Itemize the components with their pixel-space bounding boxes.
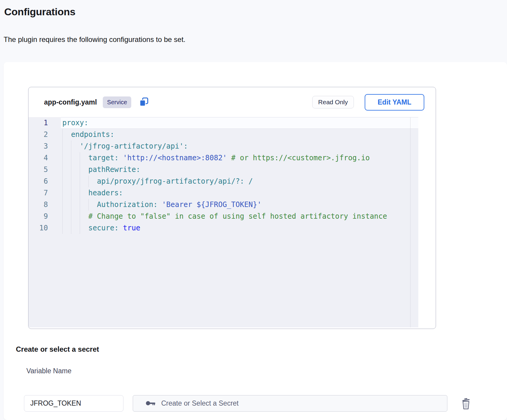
code-line: 6 api/proxy/jfrog-artifactory/api/?: / xyxy=(28,176,418,187)
secret-select[interactable]: Create or Select a Secret xyxy=(133,395,447,412)
scrollbar-ruler xyxy=(410,117,411,327)
edit-yaml-button[interactable]: Edit YAML xyxy=(365,94,424,111)
code-line-content: secure: true xyxy=(61,222,418,234)
code-line-content: '/jfrog-artifactory/api': xyxy=(61,140,418,152)
service-badge: Service xyxy=(103,96,131,108)
code-line: 5 pathRewrite: xyxy=(28,164,418,176)
code-line: 7 headers: xyxy=(28,187,418,199)
line-number: 8 xyxy=(28,199,61,211)
delete-secret-button[interactable] xyxy=(459,397,473,410)
copy-icon xyxy=(139,97,149,107)
code-line-content: api/proxy/jfrog-artifactory/api/?: / xyxy=(61,176,418,187)
line-number: 1 xyxy=(28,117,61,129)
code-line-content: pathRewrite: xyxy=(61,164,418,176)
trash-icon xyxy=(460,397,472,410)
code-line-content: endpoints: xyxy=(61,129,418,140)
read-only-button[interactable]: Read Only xyxy=(312,96,354,108)
code-line-content: # Change to "false" in case of using sel… xyxy=(61,211,418,222)
yaml-editor-card: app-config.yaml Service Read Only Edit Y… xyxy=(28,87,436,329)
plugin-config-page: Configurations The plugin requires the f… xyxy=(0,0,507,420)
configurations-panel: app-config.yaml Service Read Only Edit Y… xyxy=(4,62,507,420)
line-number: 3 xyxy=(28,140,61,152)
code-line: 4 target: 'http://<hostname>:8082' # or … xyxy=(28,152,418,164)
code-line: 2 endpoints: xyxy=(28,129,418,140)
page-subtitle: The plugin requires the following config… xyxy=(4,35,185,44)
code-line-content: target: 'http://<hostname>:8082' # or ht… xyxy=(61,152,418,164)
page-title: Configurations xyxy=(4,6,76,18)
line-number: 10 xyxy=(28,222,61,234)
code-editor[interactable]: 1proxy:2 endpoints:3 '/jfrog-artifactory… xyxy=(28,117,418,327)
line-number: 4 xyxy=(28,152,61,164)
config-filename: app-config.yaml xyxy=(44,98,97,106)
line-number: 9 xyxy=(28,211,61,222)
copy-button[interactable] xyxy=(139,97,149,107)
variable-name-input[interactable] xyxy=(24,395,123,412)
secret-heading: Create or select a secret xyxy=(16,345,99,353)
code-line-content: Authorization: 'Bearer ${JFROG_TOKEN}' xyxy=(61,199,418,211)
code-line: 3 '/jfrog-artifactory/api': xyxy=(28,140,418,152)
code-line-content: headers: xyxy=(61,187,418,199)
line-number: 2 xyxy=(28,129,61,140)
code-line: 10 secure: true xyxy=(28,222,418,234)
code-line: 9 # Change to "false" in case of using s… xyxy=(28,211,418,222)
line-number: 7 xyxy=(28,187,61,199)
variable-name-label: Variable Name xyxy=(26,367,71,375)
line-number: 5 xyxy=(28,164,61,176)
code-line: 1proxy: xyxy=(28,117,418,129)
editor-header: app-config.yaml Service Read Only Edit Y… xyxy=(28,87,436,117)
secret-select-placeholder: Create or Select a Secret xyxy=(161,399,239,407)
code-line-content: proxy: xyxy=(61,117,418,129)
key-icon xyxy=(146,400,156,407)
code-lines: 1proxy:2 endpoints:3 '/jfrog-artifactory… xyxy=(28,117,418,234)
code-line: 8 Authorization: 'Bearer ${JFROG_TOKEN}' xyxy=(28,199,418,211)
line-number: 6 xyxy=(28,176,61,187)
